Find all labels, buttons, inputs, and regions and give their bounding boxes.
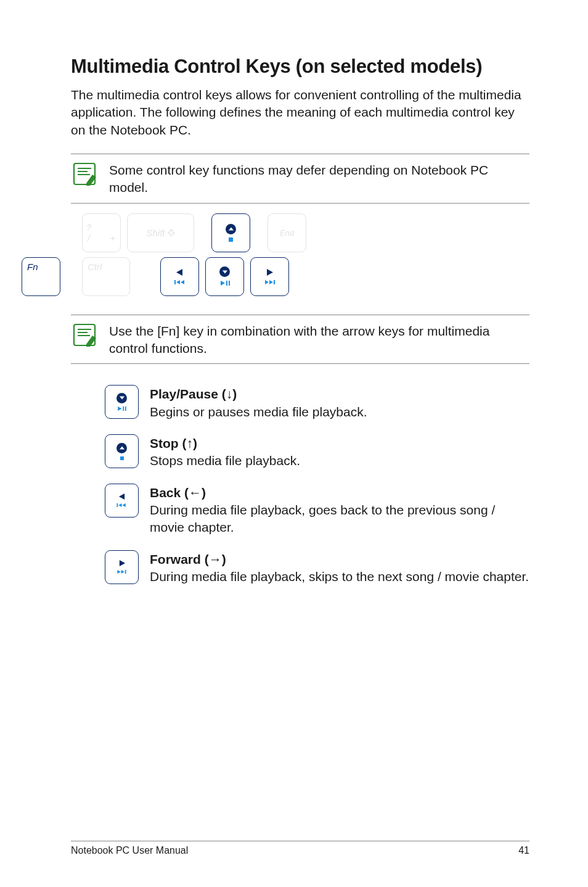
fn-desc: Begins or pauses media file playback. bbox=[150, 403, 367, 421]
key-ctrl: Ctrl bbox=[82, 257, 130, 296]
key-end: End bbox=[267, 213, 306, 252]
svg-rect-8 bbox=[117, 503, 118, 507]
key-down-play bbox=[205, 257, 244, 296]
note-text-2: Use the [Fn] key in combination with the… bbox=[109, 321, 529, 358]
key-fn: Fn bbox=[22, 257, 60, 296]
fn-title: Back (←) bbox=[150, 484, 529, 501]
footer-title: Notebook PC User Manual bbox=[71, 845, 188, 856]
footer-page-number: 41 bbox=[518, 845, 529, 856]
svg-rect-9 bbox=[125, 570, 126, 574]
key-icon-back bbox=[105, 484, 139, 518]
note-block-2: Use the [Fn] key in combination with the… bbox=[71, 315, 529, 365]
fn-title: Play/Pause (↓) bbox=[150, 386, 367, 403]
key-icon-stop bbox=[105, 434, 139, 468]
intro-paragraph: The multimedia control keys allows for c… bbox=[71, 86, 529, 139]
fn-item-stop: Stop (↑) Stops media file playback. bbox=[105, 434, 529, 470]
svg-rect-7 bbox=[125, 406, 126, 411]
svg-rect-1 bbox=[174, 280, 176, 284]
fn-title: Stop (↑) bbox=[150, 435, 300, 452]
fn-item-back: Back (←) During media file playback, goe… bbox=[105, 484, 529, 537]
fn-desc: During media file playback, goes back to… bbox=[150, 501, 529, 537]
fn-item-forward: Forward (→) During media file playback, … bbox=[105, 550, 529, 586]
svg-rect-6 bbox=[123, 406, 124, 411]
function-list: Play/Pause (↓) Begins or pauses media fi… bbox=[105, 385, 529, 599]
page-footer: Notebook PC User Manual 41 bbox=[71, 841, 529, 856]
key-up-stop bbox=[211, 213, 250, 252]
svg-rect-4 bbox=[274, 280, 275, 284]
svg-rect-3 bbox=[229, 281, 230, 286]
fn-desc: During media file playback, skips to the… bbox=[150, 568, 529, 585]
key-slash: ? /+ bbox=[82, 213, 121, 252]
key-right-forward bbox=[250, 257, 289, 296]
svg-rect-2 bbox=[226, 281, 227, 286]
key-icon-play-pause bbox=[105, 385, 139, 419]
keyboard-diagram: ? /+ Shift End Fn Ctrl bbox=[22, 213, 529, 301]
note-icon bbox=[71, 160, 98, 188]
fn-title: Forward (→) bbox=[150, 551, 529, 568]
key-shift: Shift bbox=[127, 213, 194, 252]
note-icon bbox=[71, 321, 98, 349]
key-icon-forward bbox=[105, 550, 139, 584]
page-heading: Multimedia Control Keys (on selected mod… bbox=[71, 56, 529, 78]
note-block-1: Some control key functions may defer dep… bbox=[71, 154, 529, 204]
key-left-back bbox=[160, 257, 199, 296]
note-text-1: Some control key functions may defer dep… bbox=[109, 160, 529, 197]
fn-item-play-pause: Play/Pause (↓) Begins or pauses media fi… bbox=[105, 385, 529, 421]
fn-desc: Stops media file playback. bbox=[150, 452, 300, 469]
